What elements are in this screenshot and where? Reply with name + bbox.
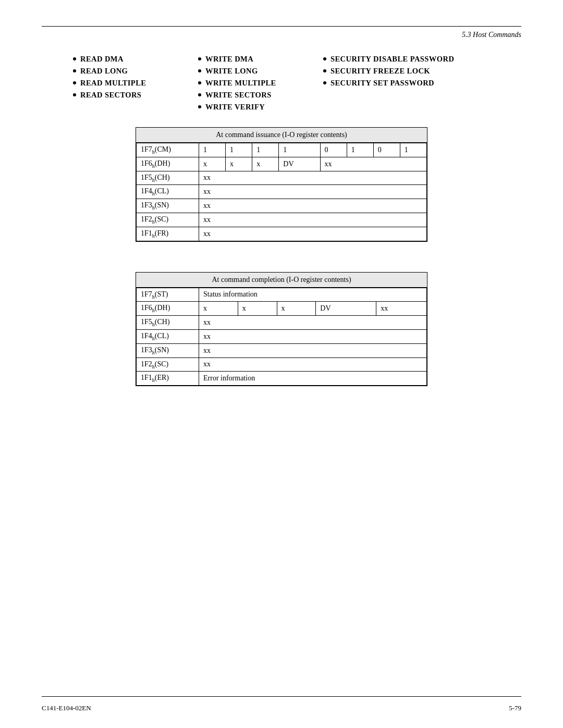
bullet-label: READ DMA	[80, 55, 124, 64]
list-item: WRITE LONG	[198, 67, 302, 76]
table1-wrapper: At command issuance (I-O register conten…	[42, 127, 521, 257]
table-row: 1F7h(CM) 1 1 1 1 0 1 0 1	[137, 143, 427, 157]
bullet-col-3: SECURITY DISABLE PASSWORD SECURITY FREEZ…	[323, 55, 459, 112]
bullet-label: SECURITY SET PASSWORD	[331, 79, 434, 88]
table2-title: At command completion (I-O register cont…	[136, 273, 427, 288]
bullet-label: WRITE VERIFY	[205, 103, 265, 112]
bullet-dot	[73, 93, 76, 96]
header-rule	[42, 26, 521, 27]
bullet-dot	[198, 69, 201, 72]
table-cell: 1	[400, 143, 426, 157]
table-cell: Status information	[199, 288, 427, 302]
table-cell-reg: 1F4h(CL)	[137, 329, 199, 343]
table-cell-reg: 1F5h(CH)	[137, 316, 199, 330]
page: 5.3 Host Commands READ DMA READ LONG REA…	[0, 0, 563, 728]
list-item: SECURITY SET PASSWORD	[323, 79, 459, 88]
table-cell: DV	[279, 157, 320, 171]
table2-wrapper: At command completion (I-O register cont…	[42, 272, 521, 402]
list-item: READ MULTIPLE	[73, 79, 177, 88]
table-row: 1F4h(CL) xx	[137, 185, 427, 199]
table-cell: xx	[320, 157, 426, 171]
table-row: 1F3h(SN) xx	[137, 343, 427, 357]
bullet-dot	[198, 57, 201, 60]
table-row: 1F6h(DH) x x x DV xx	[137, 302, 427, 316]
bullet-label: READ LONG	[80, 67, 128, 76]
bullet-label: READ MULTIPLE	[80, 79, 146, 88]
table-cell: x	[238, 302, 277, 316]
bullet-label: READ SECTORS	[80, 91, 141, 100]
table-cell: 1	[226, 143, 252, 157]
bullet-label: WRITE SECTORS	[205, 91, 272, 100]
table1: At command issuance (I-O register conten…	[136, 127, 427, 242]
table-cell: DV	[316, 302, 376, 316]
table-row: 1F5h(CH) xx	[137, 316, 427, 330]
list-item: READ DMA	[73, 55, 177, 64]
table1-content: 1F7h(CM) 1 1 1 1 0 1 0 1 1F6h(DH) x	[136, 143, 427, 241]
table-cell-reg: 1F3h(SN)	[137, 343, 199, 357]
bullet-label: SECURITY DISABLE PASSWORD	[331, 55, 454, 64]
table-cell-reg: 1F1h(FR)	[137, 227, 199, 241]
footer: C141-E104-02EN 5-79	[42, 704, 521, 712]
table-cell: 1	[252, 143, 279, 157]
table-cell: xx	[199, 343, 427, 357]
table-cell-reg: 1F2h(SC)	[137, 357, 199, 372]
table-cell-reg: 1F4h(CL)	[137, 185, 199, 199]
table-cell: xx	[199, 199, 427, 213]
table-cell: xx	[199, 329, 427, 343]
bullet-dot	[73, 57, 76, 60]
bullet-dot	[198, 93, 201, 96]
list-item: SECURITY DISABLE PASSWORD	[323, 55, 459, 64]
table-cell: xx	[199, 316, 427, 330]
table-cell-reg: 1F6h(DH)	[137, 157, 199, 171]
table-cell: 1	[347, 143, 373, 157]
table-cell: xx	[199, 357, 427, 372]
bullet-dot	[73, 69, 76, 72]
list-item: READ SECTORS	[73, 91, 177, 100]
bullet-section: READ DMA READ LONG READ MULTIPLE READ SE…	[73, 55, 521, 112]
table-cell: x	[199, 302, 238, 316]
bullet-label: WRITE MULTIPLE	[205, 79, 276, 88]
list-item: WRITE VERIFY	[198, 103, 302, 112]
table-cell: 0	[320, 143, 347, 157]
bullet-dot	[198, 105, 201, 108]
bullet-dot	[198, 81, 201, 84]
header-title: 5.3 Host Commands	[462, 31, 521, 39]
table-cell: xx	[376, 302, 427, 316]
table-row: 1F6h(DH) x x x DV xx	[137, 157, 427, 171]
table-row: 1F2h(SC) xx	[137, 357, 427, 372]
table-cell: xx	[199, 171, 427, 185]
table-cell: 1	[279, 143, 320, 157]
table-cell: xx	[199, 185, 427, 199]
table-row: 1F7h(ST) Status information	[137, 288, 427, 302]
table-cell: 0	[373, 143, 400, 157]
table-row: 1F4h(CL) xx	[137, 329, 427, 343]
table-cell: x	[252, 157, 279, 171]
bullet-label: SECURITY FREEZE LOCK	[331, 67, 430, 76]
bullet-dot	[323, 81, 326, 84]
table-row: 1F5h(CH) xx	[137, 171, 427, 185]
bullet-dot	[323, 69, 326, 72]
table2: At command completion (I-O register cont…	[136, 272, 427, 387]
table-cell: x	[226, 157, 252, 171]
bullet-col-1: READ DMA READ LONG READ MULTIPLE READ SE…	[73, 55, 177, 112]
table-cell-reg: 1F3h(SN)	[137, 199, 199, 213]
table-row: 1F1h(FR) xx	[137, 227, 427, 241]
list-item: WRITE MULTIPLE	[198, 79, 302, 88]
bullet-label: WRITE LONG	[205, 67, 258, 76]
bullet-dot	[323, 57, 326, 60]
bullet-dot	[73, 81, 76, 84]
table-row: 1F2h(SC) xx	[137, 213, 427, 227]
bullet-label: WRITE DMA	[205, 55, 253, 64]
footer-rule	[42, 696, 521, 697]
table-row: 1F1h(ER) Error information	[137, 372, 427, 386]
table-cell: x	[277, 302, 316, 316]
table-row: 1F3h(SN) xx	[137, 199, 427, 213]
table-cell: 1	[199, 143, 226, 157]
table-cell-reg: 1F2h(SC)	[137, 213, 199, 227]
table2-content: 1F7h(ST) Status information 1F6h(DH) x x…	[136, 288, 427, 386]
table-cell-reg: 1F7h(ST)	[137, 288, 199, 302]
table-cell: Error information	[199, 372, 427, 386]
table-cell-reg: 1F6h(DH)	[137, 302, 199, 316]
table-cell-reg: 1F1h(ER)	[137, 372, 199, 386]
table-cell: xx	[199, 213, 427, 227]
